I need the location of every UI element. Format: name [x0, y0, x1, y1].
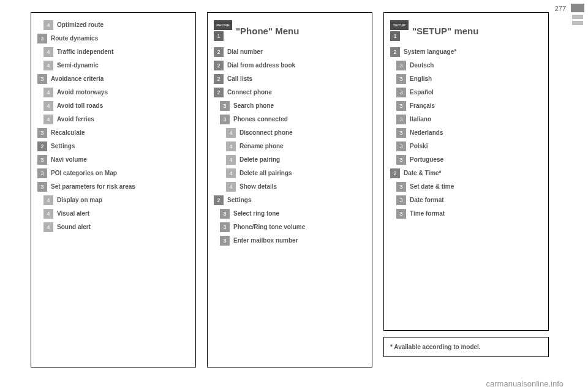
level-badge: 2: [214, 47, 224, 57]
menu-item: 4Semi-dynamic: [43, 61, 189, 70]
menu-item: 3POI categories on Map: [37, 168, 189, 178]
menu-item: 4Delete pairing: [226, 155, 366, 165]
menu-item-label: Avoid ferries: [57, 115, 94, 124]
level-badge: 3: [37, 74, 47, 84]
menu-item-label: Delete all pairings: [239, 168, 292, 178]
menu-item: 4Visual alert: [43, 209, 189, 219]
level-badge: 4: [226, 168, 236, 178]
content-columns: 4Optimized route3Route dynamics4Traffic …: [0, 0, 588, 368]
menu-item-label: Show details: [239, 182, 277, 192]
menu-item: 2Call lists: [214, 74, 366, 84]
level-badge: 2: [214, 61, 224, 70]
menu-item-label: Delete pairing: [239, 155, 280, 165]
level-badge: 4: [226, 128, 236, 138]
panel-navigation-continued: 4Optimized route3Route dynamics4Traffic …: [31, 12, 196, 368]
menu-item-label: Italiano: [410, 115, 431, 124]
level-badge: 3: [37, 168, 47, 178]
menu-item: 3Avoidance criteria: [37, 74, 189, 84]
menu-item: 4Avoid motorways: [43, 88, 189, 97]
level-badge: 4: [43, 209, 53, 219]
menu-item-label: Call lists: [227, 74, 252, 84]
menu-item-label: Nederlands: [410, 128, 443, 138]
menu-item: 3Italiano: [396, 115, 542, 124]
menu-item: 2Settings: [37, 141, 189, 151]
phone-menu-title: "Phone" Menu: [236, 26, 299, 36]
menu-item: 4Avoid toll roads: [43, 101, 189, 111]
menu-item-label: Time format: [410, 209, 445, 219]
menu-item-label: English: [410, 74, 432, 84]
page-number: 277: [555, 5, 566, 12]
menu-item: 3Nederlands: [396, 128, 542, 138]
level-badge: 3: [396, 141, 406, 151]
menu-item-label: Navi volume: [51, 155, 87, 165]
menu-item: 3Navi volume: [37, 155, 189, 165]
level-badge: 4: [226, 182, 236, 192]
menu-item: 4Show details: [226, 182, 366, 192]
menu-item-label: Español: [410, 88, 434, 97]
menu-item-label: Français: [410, 101, 435, 111]
menu-item: 3Date format: [396, 195, 542, 205]
level-badge: 3: [396, 209, 406, 219]
menu-item-label: Avoid toll roads: [57, 101, 103, 111]
level-badge: 4: [43, 101, 53, 111]
level-badge: 3: [396, 155, 406, 165]
level-badge: 3: [37, 128, 47, 138]
level-badge: 3: [220, 101, 230, 111]
level-badge: 3: [220, 209, 230, 219]
menu-item: 2Date & Time*: [390, 168, 542, 178]
level-badge: 4: [43, 88, 53, 97]
level-badge: 3: [396, 128, 406, 138]
menu-item: 3Phone/Ring tone volume: [220, 222, 366, 232]
level-badge: 3: [37, 34, 47, 43]
phone-chip-icon: PHONE: [214, 20, 232, 30]
menu-item: 2System language*: [390, 47, 542, 57]
menu-item-label: Settings: [227, 195, 251, 205]
menu-item-label: Traffic independent: [57, 47, 113, 57]
level-badge: 3: [396, 115, 406, 124]
level-badge: 1: [390, 31, 400, 41]
menu-item-label: Polski: [410, 141, 428, 151]
menu-item-label: Date & Time*: [404, 168, 442, 178]
level-badge: 3: [37, 155, 47, 165]
menu-item-label: Select ring tone: [233, 209, 279, 219]
level-badge: 4: [43, 195, 53, 205]
menu-item-label: Avoidance criteria: [51, 74, 104, 84]
level-badge: 3: [396, 182, 406, 192]
menu-item-label: Enter mailbox number: [233, 236, 298, 246]
level-badge: 2: [214, 74, 224, 84]
menu-item: 2Settings: [214, 195, 366, 205]
level-badge: 3: [396, 195, 406, 205]
menu-item: 3English: [396, 74, 542, 84]
level-badge: 2: [214, 195, 224, 205]
menu-item: 3Français: [396, 101, 542, 111]
menu-item-label: Route dynamics: [51, 34, 98, 43]
menu-item: 4Disconnect phone: [226, 128, 366, 138]
menu-item: 3Español: [396, 88, 542, 97]
menu-item-label: Phone/Ring tone volume: [233, 222, 305, 232]
level-badge: 4: [43, 61, 53, 70]
menu-item: 3Set parameters for risk areas: [37, 182, 189, 192]
phone-menu-header: PHONE 1 "Phone" Menu: [214, 20, 366, 41]
menu-item-label: Avoid motorways: [57, 88, 108, 97]
menu-item-label: Connect phone: [227, 88, 272, 97]
menu-item-label: Settings: [51, 141, 75, 151]
level-badge: 2: [390, 47, 400, 57]
menu-item: 3Set date & time: [396, 182, 542, 192]
level-badge: 1: [214, 31, 224, 41]
menu-item: 3Recalculate: [37, 128, 189, 138]
menu-item-label: Recalculate: [51, 128, 85, 138]
menu-item-label: System language*: [404, 47, 456, 57]
level-badge: 2: [37, 141, 47, 151]
menu-item: 3Deutsch: [396, 61, 542, 70]
menu-item: 3Search phone: [220, 101, 366, 111]
setup-menu-header: SETUP 1 "SETUP" menu: [390, 20, 542, 41]
menu-item-label: POI categories on Map: [51, 168, 117, 178]
level-badge: 4: [43, 115, 53, 124]
menu-item-label: Visual alert: [57, 209, 89, 219]
menu-item-label: Dial number: [227, 47, 263, 57]
setup-menu-title: "SETUP" menu: [412, 26, 478, 36]
menu-item: 4Traffic independent: [43, 47, 189, 57]
level-badge: 4: [43, 20, 53, 30]
level-badge: 4: [226, 155, 236, 165]
level-badge: 4: [43, 222, 53, 232]
